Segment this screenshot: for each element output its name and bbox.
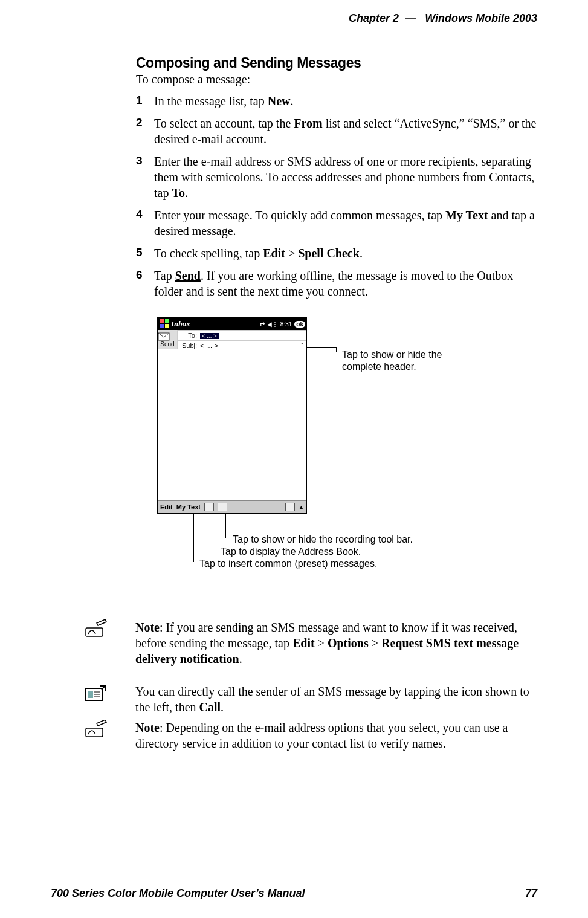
leader-line bbox=[193, 514, 194, 562]
footer-page-number: 77 bbox=[525, 887, 537, 900]
step-number: 1 bbox=[136, 93, 143, 108]
to-row[interactable]: To: < … > bbox=[178, 330, 306, 340]
footer-left: 700 Series Color Mobile Computer User’s … bbox=[51, 887, 305, 900]
step-number: 3 bbox=[136, 154, 143, 169]
header-dash: — bbox=[405, 12, 416, 24]
connectivity-icon[interactable]: ⇄ bbox=[260, 321, 265, 328]
step-4: 4 Enter your message. To quickly add com… bbox=[136, 207, 537, 239]
step-3: 3 Enter the e-mail address or SMS addres… bbox=[136, 154, 537, 201]
compose-header: Send To: < … > Subj: < … > ˇ bbox=[158, 330, 306, 351]
subj-value[interactable]: < … > bbox=[199, 342, 298, 349]
device-titlebar: Inbox ⇄ ◀⋮ 8:31 ok bbox=[158, 318, 306, 330]
chapter-number: 2 bbox=[393, 12, 399, 24]
callout-preset: Tap to insert common (preset) messages. bbox=[199, 558, 377, 570]
note-1: Note: If you are sending an SMS message … bbox=[85, 619, 537, 667]
note-text: Note: Depending on the e-mail address op… bbox=[135, 720, 537, 751]
step-1: 1 In the message list, tap New. bbox=[136, 93, 537, 109]
svg-rect-0 bbox=[160, 319, 164, 323]
step-text: Enter the e-mail address or SMS address … bbox=[154, 155, 534, 199]
step-text: Tap Send. If you are working offline, th… bbox=[154, 269, 513, 298]
header-toggle-chevron-icon[interactable]: ˇ bbox=[298, 343, 306, 349]
start-flag-icon[interactable] bbox=[159, 319, 170, 329]
step-number: 4 bbox=[136, 207, 143, 222]
mytext-menu[interactable]: My Text bbox=[176, 503, 201, 511]
recording-toolbar-icon[interactable] bbox=[218, 503, 227, 511]
steps-list: 1 In the message list, tap New. 2 To sel… bbox=[136, 93, 537, 299]
clock-text: 8:31 bbox=[280, 321, 292, 328]
svg-rect-1 bbox=[165, 319, 169, 323]
section-intro: To compose a message: bbox=[136, 73, 537, 86]
page-footer: 700 Series Color Mobile Computer User’s … bbox=[51, 887, 537, 900]
chapter-label: Chapter bbox=[349, 12, 390, 24]
message-body[interactable] bbox=[158, 351, 306, 500]
envelope-icon bbox=[158, 332, 170, 341]
device-bottombar: Edit My Text ▲ bbox=[158, 500, 306, 513]
volume-icon[interactable]: ◀⋮ bbox=[267, 321, 278, 328]
ok-button[interactable]: ok bbox=[294, 321, 305, 328]
svg-rect-3 bbox=[165, 324, 169, 328]
svg-rect-2 bbox=[160, 324, 164, 328]
note-3: Note: Depending on the e-mail address op… bbox=[85, 720, 537, 751]
note-2: You can directly call the sender of an S… bbox=[85, 684, 537, 715]
sms-card-icon bbox=[85, 684, 117, 703]
step-6: 6 Tap Send. If you are working offline, … bbox=[136, 268, 537, 299]
step-number: 6 bbox=[136, 268, 143, 283]
callout-address-book: Tap to display the Address Book. bbox=[221, 546, 361, 558]
step-number: 2 bbox=[136, 115, 143, 131]
callout-recording: Tap to show or hide the recording tool b… bbox=[233, 534, 413, 546]
step-text: In the message list, tap New. bbox=[154, 94, 294, 108]
note-icon bbox=[85, 619, 117, 639]
leader-line bbox=[336, 347, 337, 352]
keyboard-up-icon[interactable]: ▲ bbox=[299, 504, 304, 510]
subj-label: Subj: bbox=[178, 342, 199, 349]
step-2: 2 To select an account, tap the From lis… bbox=[136, 115, 537, 147]
to-value[interactable]: < … > bbox=[200, 333, 219, 339]
note-icon bbox=[85, 720, 117, 739]
note-text: You can directly call the sender of an S… bbox=[135, 684, 537, 715]
callout-header-toggle: Tap to show or hide the complete header. bbox=[342, 349, 475, 373]
app-title: Inbox bbox=[170, 319, 260, 329]
leader-line bbox=[307, 347, 336, 348]
step-number: 5 bbox=[136, 245, 143, 260]
step-text: Enter your message. To quickly add commo… bbox=[154, 208, 535, 238]
page: Chapter 2 — Windows Mobile 2003 Composin… bbox=[0, 0, 588, 918]
note-pencil-icon bbox=[85, 720, 109, 739]
edit-menu[interactable]: Edit bbox=[160, 503, 173, 511]
address-book-icon[interactable] bbox=[204, 503, 214, 511]
to-label: To: bbox=[178, 332, 199, 339]
title-right: ⇄ ◀⋮ 8:31 ok bbox=[260, 321, 305, 328]
leader-line bbox=[215, 514, 215, 550]
device-figure: Inbox ⇄ ◀⋮ 8:31 ok Send To: < … > bbox=[157, 317, 538, 583]
keyboard-icon[interactable] bbox=[285, 503, 295, 511]
header-product: Windows Mobile 2003 bbox=[425, 12, 537, 24]
device-screenshot: Inbox ⇄ ◀⋮ 8:31 ok Send To: < … > bbox=[157, 317, 307, 514]
step-text: To select an account, tap the From list … bbox=[154, 117, 537, 146]
step-5: 5 To check spelling, tap Edit > Spell Ch… bbox=[136, 245, 537, 261]
running-header: Chapter 2 — Windows Mobile 2003 bbox=[85, 12, 537, 25]
svg-rect-7 bbox=[88, 691, 93, 698]
subj-row[interactable]: Subj: < … > ˇ bbox=[178, 340, 306, 351]
note-text: Note: If you are sending an SMS message … bbox=[135, 619, 537, 667]
send-label: Send bbox=[158, 341, 177, 347]
leader-line bbox=[225, 514, 226, 538]
section-title: Composing and Sending Messages bbox=[136, 55, 537, 71]
step-text: To check spelling, tap Edit > Spell Chec… bbox=[154, 247, 363, 260]
note-pencil-icon bbox=[85, 619, 109, 639]
send-button[interactable]: Send bbox=[158, 330, 178, 349]
